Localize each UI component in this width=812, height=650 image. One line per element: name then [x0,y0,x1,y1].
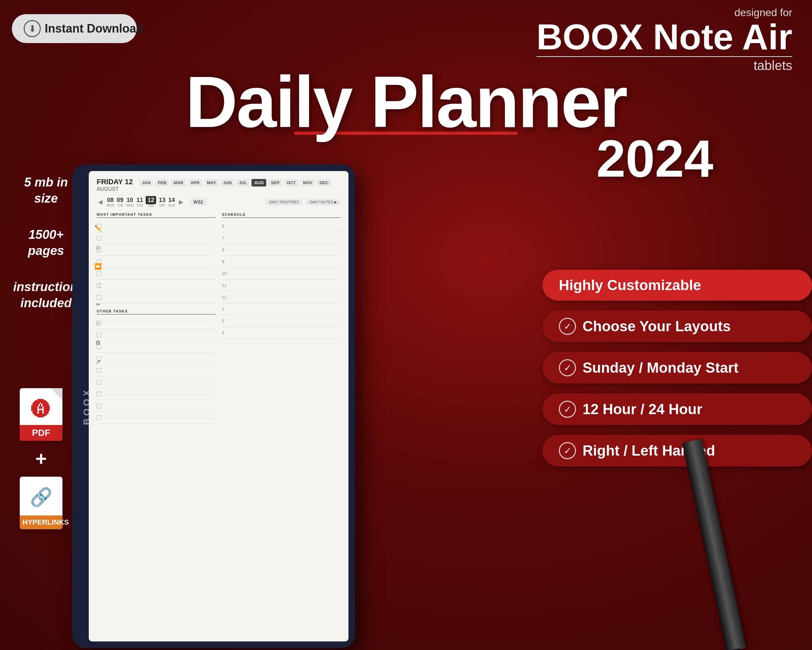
check-icon-hour: ✓ [559,401,576,418]
sidebar-icon-forward[interactable]: ⏩ [93,262,102,271]
day-item-11[interactable]: 11 THU [136,197,143,207]
day-num-12: 12 [146,196,156,204]
other-task-1 [97,317,215,329]
day-item-12[interactable]: 12 FRI [146,196,156,208]
month-tab-aug[interactable]: AUG [252,179,266,187]
sidebar-icon-settings[interactable]: ⚙ [93,338,102,347]
task-line-1 [97,220,215,232]
day-item-14[interactable]: 14 SUN [168,197,175,207]
schedule-hours: 6 7 8 9 10 11 12 1 2 3 [222,220,340,339]
hour-3: 3 [222,327,340,339]
daily-planner-title: Daily Planner [66,66,746,138]
day-item-09[interactable]: 09 TUE [117,197,123,207]
other-check-6[interactable] [97,380,101,385]
day-item-13[interactable]: 13 SAT [159,197,165,207]
hyperlinks-label: HYPERLINKS [20,515,63,529]
day-num-09: 09 [117,197,123,203]
day-label-sat: SAT [159,203,165,207]
date-section: FRIDAY 12 AUGUST [97,177,133,192]
month-tab-feb[interactable]: FEB [155,179,169,187]
hour-num-1: 1 [222,307,230,312]
hour-num-6: 6 [222,224,230,229]
other-task-6 [97,376,215,388]
sidebar-icon-eraser[interactable]: ◇ [93,243,102,252]
tablet-screen: FRIDAY 12 AUGUST JAN FEB MAR APR MAY JUN… [89,171,348,641]
pages-info: 1500+ pages [13,226,79,259]
other-task-4 [97,353,215,364]
sidebar-icon-export[interactable]: ↗ [93,357,102,366]
other-check-8[interactable] [97,404,101,408]
tablet-device: BOOX FRIDAY 12 AUGUST JAN FEB MAR APR MA… [72,164,355,648]
sidebar-icon-pen[interactable]: ✏️ [93,224,102,233]
feature-pill-sunday: ✓ Sunday / Monday Start [542,352,812,384]
month-tab-sep[interactable]: SEP [268,179,282,187]
month-tab-apr[interactable]: APR [188,179,202,187]
day-item-08[interactable]: 08 MON [107,197,114,207]
day-num-08: 08 [107,197,114,203]
instant-download-text: Instant Download [45,22,143,35]
instant-download-badge[interactable]: ⬇ Instant Download [12,14,137,43]
other-check-9[interactable] [97,416,101,420]
download-icon: ⬇ [24,20,41,37]
size-info: 5 mb in size [13,174,79,207]
other-task-2 [97,329,215,341]
hour-num-3: 3 [222,330,230,335]
other-tasks [97,317,215,424]
day-num-10: 10 [127,197,133,203]
month-tab-mar[interactable]: MAR [171,179,186,187]
pdf-hyperlinks-section: 🅐 PDF + 🔗 HYPERLINKS [20,388,63,529]
sidebar-icon-back[interactable]: 〈 [93,281,102,290]
screen-content: FRIDAY 12 AUGUST JAN FEB MAR APR MAY JUN… [89,171,348,430]
prev-arrow[interactable]: ◀ [97,198,104,206]
action-pills: DAILY ROUTINES DAILY NOTES ▶ [265,199,340,206]
main-columns: MOST IMPORTANT TASKS OTHER TASKS [97,213,340,424]
sidebar-icon-lasso[interactable]: ☞ [93,319,102,328]
feature-text-sunday: Sunday / Monday Start [583,359,738,376]
hour-num-2: 2 [222,318,230,323]
hour-num-8: 8 [222,247,230,252]
pdf-fold [50,388,63,400]
feature-pill-layouts: ✓ Choose Your Layouts [542,310,812,342]
boox-title: BOOX Note Air [537,19,792,55]
next-arrow[interactable]: ▶ [177,198,185,206]
feature-pill-hour: ✓ 12 Hour / 24 Hour [542,393,812,425]
month-tabs: JAN FEB MAR APR MAY JUN JUL AUG SEP OCT … [139,179,340,187]
check-icon-layouts: ✓ [559,318,576,335]
day-label-sun: SUN [168,203,175,207]
week-badge: W32 [190,198,206,206]
month-tab-jul[interactable]: JUL [237,179,250,187]
day-date: FRIDAY 12 [97,177,133,186]
hour-num-12: 12 [222,295,230,300]
task-line-2 [97,232,215,244]
day-num-11: 11 [136,197,143,203]
task-line-6 [97,280,215,291]
month-tab-nov[interactable]: NOV [301,179,315,187]
hour-1: 1 [222,303,340,315]
month-name: AUGUST [97,186,133,192]
other-task-3 [97,341,215,353]
month-tab-may[interactable]: MAY [204,179,218,187]
sidebar-icon-cut[interactable]: ✂ [93,300,102,309]
other-check-7[interactable] [97,392,101,396]
daily-notes-pill[interactable]: DAILY NOTES ▶ [305,199,340,206]
day-label-thu: THU [136,203,143,207]
day-item-10[interactable]: 10 WED [126,197,133,207]
month-tab-jun[interactable]: JUN [221,179,234,187]
month-tab-jan[interactable]: JAN [139,179,153,187]
feature-text-hour: 12 Hour / 24 Hour [583,401,702,418]
pdf-label: PDF [20,425,63,441]
hour-num-7: 7 [222,236,230,240]
daily-routines-pill[interactable]: DAILY ROUTINES [265,199,303,206]
task-line-4 [97,256,215,268]
check-icon-sunday: ✓ [559,359,576,376]
acrobat-icon: 🅐 [31,398,51,421]
other-task-8 [97,400,215,412]
other-task-7 [97,388,215,400]
month-tab-dec[interactable]: DEC [317,179,331,187]
month-tab-oct[interactable]: OCT [284,179,298,187]
schedule-label: SCHEDULE [222,213,340,218]
other-check-5[interactable] [97,368,101,373]
hour-10: 10 [222,268,340,280]
right-column: SCHEDULE 6 7 8 9 10 11 12 1 2 3 [222,213,340,424]
day-num-13: 13 [159,197,165,203]
